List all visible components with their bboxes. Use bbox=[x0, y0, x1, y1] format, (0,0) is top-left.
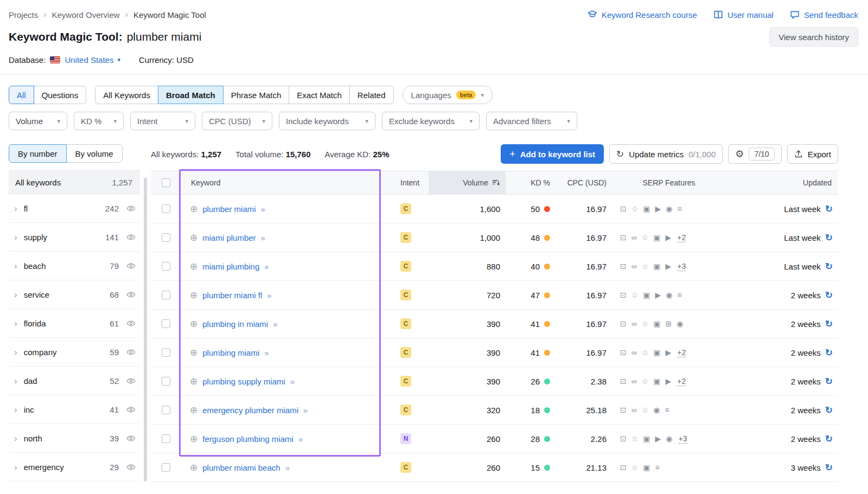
open-serp-icon[interactable]: » bbox=[303, 406, 307, 415]
by-number-toggle[interactable]: By number bbox=[9, 144, 67, 163]
refresh-icon[interactable]: ↻ bbox=[825, 262, 833, 271]
open-serp-icon[interactable]: » bbox=[298, 434, 302, 444]
open-serp-icon[interactable]: » bbox=[290, 377, 294, 386]
keyword-link[interactable]: plumbing in miami bbox=[202, 319, 268, 329]
filter-include-keywords[interactable]: Include keywords▾ bbox=[279, 112, 375, 130]
add-keyword-icon[interactable]: ⊕ bbox=[190, 463, 197, 472]
by-volume-toggle[interactable]: By volume bbox=[66, 144, 123, 163]
metrics-settings-button[interactable]: ⚙ 7/10 bbox=[728, 144, 781, 164]
row-checkbox[interactable] bbox=[162, 434, 170, 443]
add-keyword-icon[interactable]: ⊕ bbox=[190, 434, 197, 444]
keyword-link[interactable]: plumbing miami bbox=[202, 348, 259, 357]
all-keywords-group[interactable]: All keywords 1,257 bbox=[9, 170, 140, 194]
sidebar-group-service[interactable]: › service 68 bbox=[9, 280, 140, 309]
add-keyword-icon[interactable]: ⊕ bbox=[190, 262, 197, 271]
tab-questions[interactable]: Questions bbox=[34, 86, 87, 104]
database-select[interactable]: United States ▾ bbox=[65, 55, 120, 65]
column-header-intent[interactable]: Intent bbox=[381, 171, 429, 194]
refresh-icon[interactable]: ↻ bbox=[825, 204, 833, 214]
serp-more-count[interactable]: +3 bbox=[679, 434, 687, 444]
breadcrumb-item-projects[interactable]: Projects bbox=[9, 10, 38, 20]
filter-cpc-usd[interactable]: CPC (USD)▾ bbox=[202, 112, 272, 130]
keyword-link[interactable]: emergency plumber miami bbox=[202, 406, 298, 415]
eye-icon[interactable] bbox=[126, 348, 136, 357]
eye-icon[interactable] bbox=[126, 376, 136, 386]
update-metrics-button[interactable]: ↻ Update metrics 0/1,000 bbox=[609, 144, 723, 164]
keyword-link[interactable]: plumbing supply miami bbox=[202, 377, 285, 386]
user-manual-link[interactable]: User manual bbox=[713, 10, 774, 20]
sidebar-group-florida[interactable]: › florida 61 bbox=[9, 309, 140, 338]
add-keyword-icon[interactable]: ⊕ bbox=[190, 233, 197, 242]
tab-broad-match[interactable]: Broad Match bbox=[158, 86, 224, 104]
eye-icon[interactable] bbox=[126, 261, 136, 271]
open-serp-icon[interactable]: » bbox=[264, 348, 268, 357]
eye-icon[interactable] bbox=[126, 233, 136, 242]
row-checkbox[interactable] bbox=[162, 348, 170, 357]
sidebar-group-beach[interactable]: › beach 79 bbox=[9, 252, 140, 280]
column-header-updated[interactable]: Updated bbox=[727, 171, 838, 194]
row-checkbox[interactable] bbox=[162, 204, 170, 213]
select-all-checkbox[interactable] bbox=[162, 178, 170, 187]
add-keyword-icon[interactable]: ⊕ bbox=[190, 204, 197, 214]
refresh-icon[interactable]: ↻ bbox=[825, 406, 833, 415]
refresh-icon[interactable]: ↻ bbox=[825, 291, 833, 300]
keyword-link[interactable]: plumber miami beach bbox=[202, 463, 280, 472]
keyword-link[interactable]: plumber miami fl bbox=[202, 291, 262, 300]
tab-exact-match[interactable]: Exact Match bbox=[289, 86, 350, 104]
serp-more-count[interactable]: +2 bbox=[677, 377, 686, 386]
filter-advanced-filters[interactable]: Advanced filters▾ bbox=[486, 112, 577, 130]
keyword-research-course-link[interactable]: Keyword Research course bbox=[588, 10, 697, 20]
refresh-icon[interactable]: ↻ bbox=[825, 319, 833, 329]
column-header-keyword[interactable]: Keyword bbox=[181, 171, 381, 194]
column-header-cpc[interactable]: CPC (USD) bbox=[557, 171, 611, 194]
row-checkbox[interactable] bbox=[162, 406, 170, 414]
sidebar-group-company[interactable]: › company 59 bbox=[9, 338, 140, 367]
add-keyword-icon[interactable]: ⊕ bbox=[190, 377, 197, 386]
keyword-link[interactable]: miami plumbing bbox=[202, 262, 259, 271]
keyword-link[interactable]: ferguson plumbing miami bbox=[202, 434, 293, 444]
eye-icon[interactable] bbox=[126, 290, 136, 299]
add-to-keyword-list-button[interactable]: + Add to keyword list bbox=[501, 144, 604, 164]
open-serp-icon[interactable]: » bbox=[261, 204, 265, 214]
column-header-serp-features[interactable]: SERP Features bbox=[611, 171, 727, 194]
keyword-link[interactable]: miami plumber bbox=[202, 233, 256, 242]
open-serp-icon[interactable]: » bbox=[285, 463, 289, 472]
send-feedback-link[interactable]: Send feedback bbox=[790, 10, 858, 20]
sidebar-group-supply[interactable]: › supply 141 bbox=[9, 223, 140, 252]
eye-icon[interactable] bbox=[126, 434, 136, 443]
open-serp-icon[interactable]: » bbox=[267, 291, 271, 300]
sidebar-group-inc[interactable]: › inc 41 bbox=[9, 395, 140, 424]
row-checkbox[interactable] bbox=[162, 319, 170, 328]
column-header-volume[interactable]: Volume bbox=[429, 171, 506, 194]
refresh-icon[interactable]: ↻ bbox=[825, 377, 833, 386]
eye-icon[interactable] bbox=[126, 463, 136, 472]
filter-exclude-keywords[interactable]: Exclude keywords▾ bbox=[382, 112, 480, 130]
column-header-kd[interactable]: KD % bbox=[506, 171, 557, 194]
eye-icon[interactable] bbox=[126, 319, 136, 328]
tab-related[interactable]: Related bbox=[349, 86, 394, 104]
sidebar-group-fl[interactable]: › fl 242 bbox=[9, 194, 140, 223]
sidebar-group-dad[interactable]: › dad 52 bbox=[9, 367, 140, 395]
keyword-link[interactable]: plumber miami bbox=[202, 204, 256, 214]
serp-more-count[interactable]: +2 bbox=[677, 233, 686, 242]
refresh-icon[interactable]: ↻ bbox=[825, 348, 833, 357]
refresh-icon[interactable]: ↻ bbox=[825, 233, 833, 242]
breadcrumb-item-keyword-magic-tool[interactable]: Keyword Magic Tool bbox=[133, 10, 206, 20]
open-serp-icon[interactable]: » bbox=[261, 233, 265, 242]
row-checkbox[interactable] bbox=[162, 463, 170, 472]
tab-all[interactable]: All bbox=[9, 86, 34, 104]
add-keyword-icon[interactable]: ⊕ bbox=[190, 406, 197, 415]
row-checkbox[interactable] bbox=[162, 377, 170, 386]
filter-volume[interactable]: Volume▾ bbox=[9, 112, 67, 130]
add-keyword-icon[interactable]: ⊕ bbox=[190, 291, 197, 300]
row-checkbox[interactable] bbox=[162, 262, 170, 271]
open-serp-icon[interactable]: » bbox=[273, 319, 277, 329]
row-checkbox[interactable] bbox=[162, 233, 170, 242]
refresh-icon[interactable]: ↻ bbox=[825, 434, 833, 444]
serp-more-count[interactable]: +3 bbox=[677, 262, 686, 271]
eye-icon[interactable] bbox=[126, 204, 136, 213]
filter-kd[interactable]: KD %▾ bbox=[74, 112, 124, 130]
view-search-history-button[interactable]: View search history bbox=[769, 27, 858, 47]
add-keyword-icon[interactable]: ⊕ bbox=[190, 348, 197, 357]
tab-all-keywords[interactable]: All Keywords bbox=[95, 86, 158, 104]
